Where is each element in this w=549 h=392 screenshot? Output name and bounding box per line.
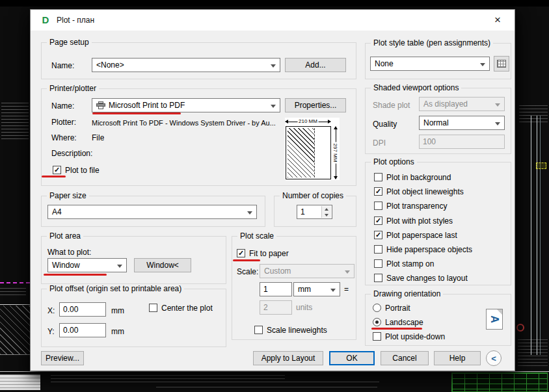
scale-lineweights-label[interactable]: Scale lineweights: [267, 326, 327, 335]
page-setup-name-combobox[interactable]: <None>: [92, 58, 280, 72]
cancel-button[interactable]: Cancel: [381, 351, 429, 365]
paper-sheet: [286, 126, 331, 179]
plot-in-background-label[interactable]: Plot in background: [386, 173, 451, 182]
scale-label: Scale:: [237, 267, 258, 276]
printer-name-combobox[interactable]: Microsoft Print to PDF: [92, 98, 280, 112]
collapse-arrow-icon: <: [491, 354, 496, 363]
dpi-label: DPI: [373, 138, 386, 148]
plot-to-file-checkbox[interactable]: [53, 166, 61, 174]
what-to-plot-combobox[interactable]: Window: [47, 258, 127, 272]
dialog-titlebar[interactable]: D Plot - план ×: [31, 10, 515, 31]
save-changes-to-layout-checkbox[interactable]: [374, 274, 382, 282]
where-value: File: [92, 133, 104, 142]
hide-paperspace-objects-checkbox[interactable]: [374, 245, 382, 254]
plot-with-plot-styles-label[interactable]: Plot with plot styles: [386, 216, 453, 226]
shaded-viewport-legend: Shaded viewport options: [371, 83, 461, 92]
plot-options-legend: Plot options: [371, 157, 417, 166]
scale-numerator-value: 1: [263, 285, 268, 294]
hide-paperspace-objects-label[interactable]: Hide paperspace objects: [386, 245, 472, 254]
background-left-white-line: [0, 304, 30, 305]
preview-button[interactable]: Preview...: [41, 351, 84, 365]
stepper-arrows[interactable]: [321, 206, 331, 218]
paper-size-combobox[interactable]: A4: [47, 205, 257, 219]
chevron-down-icon: [117, 265, 122, 268]
collapse-options-button[interactable]: <: [486, 350, 502, 366]
printer-properties-button[interactable]: Properties...: [285, 98, 346, 112]
plot-paperspace-last-label[interactable]: Plot paperspace last: [386, 231, 457, 240]
chevron-down-icon: [271, 64, 276, 68]
plot-to-file-label[interactable]: Plot to file: [65, 166, 100, 175]
help-button[interactable]: Help: [434, 351, 481, 365]
portrait-radio[interactable]: [373, 304, 381, 312]
annotation-underline-printer-name: [92, 112, 181, 114]
plot-upside-down-label[interactable]: Plot upside-down: [385, 332, 445, 341]
drawing-orientation-legend: Drawing orientation: [371, 289, 443, 298]
offset-y-unit: mm: [111, 327, 124, 336]
plot-stamp-on-checkbox[interactable]: [374, 259, 382, 268]
scale-lineweights-checkbox[interactable]: [254, 326, 263, 334]
plot-offset-legend: Plot offset (origin set to printable are…: [47, 284, 184, 293]
add-page-setup-button[interactable]: Add...: [285, 58, 346, 72]
portrait-label[interactable]: Portrait: [385, 304, 410, 313]
where-label: Where:: [51, 133, 77, 142]
background-bottom-note-text-2: [51, 382, 379, 385]
cad-application-background: D Plot - план × Page setup Name: <None> …: [0, 0, 549, 392]
scale-combobox: Custom: [260, 264, 355, 278]
plot-scale-legend: Plot scale: [237, 231, 276, 241]
scale-value: Custom: [264, 267, 291, 276]
plot-object-lineweights-checkbox[interactable]: [374, 187, 382, 196]
close-icon[interactable]: ×: [490, 12, 505, 28]
plot-upside-down-checkbox[interactable]: [373, 332, 381, 341]
ok-button[interactable]: OK: [329, 351, 375, 365]
apply-to-layout-button[interactable]: Apply to Layout: [253, 351, 323, 365]
copies-value: 1: [301, 207, 305, 216]
plot-with-plot-styles-checkbox[interactable]: [374, 216, 382, 225]
annotation-underline-plot-to-file: [42, 176, 66, 177]
background-left-drawing-text: [1, 103, 29, 139]
quality-label: Quality: [373, 120, 397, 129]
landscape-radio[interactable]: [373, 318, 381, 326]
plot-in-background-checkbox[interactable]: [374, 173, 382, 181]
what-to-plot-label: What to plot:: [47, 248, 91, 257]
scale-unit-combobox[interactable]: mm: [293, 282, 340, 296]
dialog-title: Plot - план: [57, 16, 94, 25]
plot-transparency-checkbox[interactable]: [374, 202, 382, 210]
offset-x-field[interactable]: 0.00: [59, 302, 106, 317]
center-plot-label[interactable]: Center the plot: [161, 304, 213, 313]
scale-numerator-field[interactable]: 1: [260, 282, 292, 296]
fit-to-paper-label[interactable]: Fit to paper: [249, 249, 289, 258]
background-bottom-note-text-1: [51, 375, 285, 379]
fit-to-paper-checkbox[interactable]: [237, 249, 245, 257]
landscape-label[interactable]: Landscape: [385, 318, 423, 327]
plot-area-hatch: [288, 128, 315, 177]
chevron-down-icon: [330, 289, 336, 292]
chevron-down-icon: [480, 63, 485, 66]
stepper-down-icon[interactable]: [322, 212, 331, 218]
offset-y-field[interactable]: 0.00: [59, 323, 106, 337]
stepper-up-icon[interactable]: [322, 206, 331, 212]
background-yellow-highlight-box: [536, 163, 546, 169]
paper-preview: 210 MM 297 MM: [285, 118, 340, 180]
shade-plot-combobox: As displayed: [419, 97, 505, 111]
plot-style-combobox[interactable]: None: [370, 57, 490, 71]
center-plot-checkbox[interactable]: [149, 304, 157, 312]
copies-stepper[interactable]: 1: [297, 205, 332, 219]
plotter-label: Plotter:: [51, 118, 76, 127]
plot-object-lineweights-label[interactable]: Plot object lineweights: [386, 187, 464, 196]
what-to-plot-value: Window: [52, 261, 80, 270]
shade-plot-value: As displayed: [423, 99, 468, 109]
scale-unit-value: mm: [298, 285, 311, 294]
plot-stamp-on-label[interactable]: Plot stamp on: [386, 259, 434, 268]
edit-plot-style-button[interactable]: [494, 56, 509, 72]
offset-x-unit: mm: [111, 306, 124, 315]
plot-transparency-label[interactable]: Plot transparency: [386, 202, 447, 211]
quality-combobox[interactable]: Normal: [419, 116, 505, 130]
chevron-down-icon: [495, 122, 500, 125]
window-pick-button[interactable]: Window<: [134, 258, 191, 272]
plot-dialog: D Plot - план × Page setup Name: <None> …: [30, 9, 515, 371]
save-changes-to-layout-label[interactable]: Save changes to layout: [386, 274, 468, 283]
plot-paperspace-last-checkbox[interactable]: [374, 231, 382, 239]
offset-y-label: Y:: [47, 327, 55, 336]
background-left-hatch-drawing: [0, 306, 30, 354]
background-red-circle-marker: [516, 324, 524, 332]
